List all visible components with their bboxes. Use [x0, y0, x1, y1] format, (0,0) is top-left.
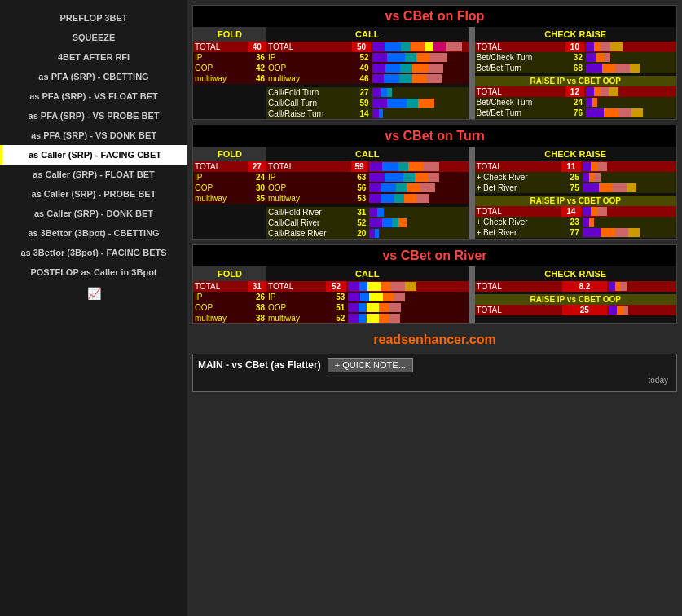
river-call-oop-bar — [346, 302, 468, 313]
sidebar-item-3bettor-facing-bets[interactable]: as 3Bettor (3Bpot) - FACING BETS — [0, 243, 187, 262]
sidebar-item-pfa-probe-bet[interactable]: as PFA (SRP) - VS PROBE BET — [0, 106, 187, 125]
river-fold-ip-lbl: IP — [193, 292, 248, 302]
turn-cr-check-river-lbl: + Check River — [475, 172, 561, 183]
fold-multi-label: multiway — [193, 73, 248, 84]
river-fold-multi: multiway 38 — [193, 313, 266, 323]
sidebar-item-pfa-float-bet[interactable]: as PFA (SRP) - VS FLOAT BET — [0, 86, 187, 106]
raise-ip-check-river-turn: + Check River 23 — [475, 217, 677, 227]
river-call-oop-val: 51 — [326, 302, 347, 313]
turn-call-fold-river-val: 31 — [351, 207, 368, 218]
sidebar-item-caller-float-bet[interactable]: as Caller (SRP) - FLOAT BET — [0, 165, 187, 184]
cr-total-label: TOTAL — [475, 42, 565, 52]
turn-cr-bet-river-bar — [581, 183, 676, 193]
raise-ip-total-bar-river — [607, 305, 676, 315]
turn-call-total-lbl: TOTAL — [266, 161, 351, 172]
call-fold-turn-val: 27 — [352, 87, 370, 98]
river-cr-total-bar — [607, 281, 676, 292]
raise-ip-sub1-label-flop: Bet/Check Turn — [475, 97, 565, 108]
sep3 — [469, 266, 475, 281]
sidebar-item-pfa-cbetting[interactable]: as PFA (SRP) - CBETTING — [0, 67, 187, 86]
fold-header: FOLD — [193, 27, 266, 42]
turn-call-fold-river-bar — [367, 207, 468, 218]
call-raise-turn-label: Call/Raise Turn — [266, 108, 352, 119]
turn-call-call-river-val: 52 — [351, 218, 368, 228]
fold-oop-val: 42 — [248, 63, 266, 73]
raise-ip-sub2-val-flop: 76 — [565, 108, 584, 118]
river-cr-total-lbl: TOTAL — [475, 281, 563, 292]
raise-ip-sub1-val-flop: 24 — [565, 97, 584, 108]
turn-call-call-river: Call/Call River 52 — [266, 218, 469, 228]
call-total-label: TOTAL — [266, 42, 352, 52]
call-call-turn-val: 59 — [352, 98, 370, 108]
main-content: vs CBet on Flop FOLD CALL CHECK RAISE TO… — [187, 0, 682, 616]
raise-ip-header-river: RAISE IP vs CBET OOP — [475, 294, 677, 305]
turn-call-multi-val: 53 — [351, 193, 368, 204]
river-call-ip: IP 53 — [266, 292, 469, 302]
turn-title: vs CBet on Turn — [193, 125, 676, 147]
flop-cr-table: TOTAL 10 Bet/Check Turn — [475, 42, 677, 118]
river-call-multi-val: 52 — [326, 313, 347, 323]
flop-cr-col: TOTAL 10 Bet/Check Turn — [475, 42, 677, 119]
river-call-total-lbl: TOTAL — [266, 281, 326, 292]
call-header: CALL — [266, 27, 469, 42]
river-call-table: TOTAL 52 — [266, 281, 469, 323]
sidebar-item-pfa-donk-bet[interactable]: as PFA (SRP) - VS DONK BET — [0, 125, 187, 145]
river-fold-table: TOTAL 31 IP 26 OOP 38 multiway 38 — [193, 281, 266, 323]
turn-section: vs CBet on Turn FOLD CALL CHECK RAISE TO… — [192, 125, 677, 240]
call-multi-bar — [371, 73, 469, 84]
sidebar-item-squeeze[interactable]: SQUEEZE — [0, 28, 187, 47]
sep-divider3 — [469, 281, 475, 323]
turn-fold-oop-lbl: OOP — [193, 183, 248, 193]
call-multi-val: 46 — [352, 73, 370, 84]
sep1 — [469, 27, 475, 42]
raise-ip-total-lbl-turn: TOTAL — [475, 206, 561, 217]
cr-header: CHECK RAISE — [475, 27, 677, 42]
river-fold-col: TOTAL 31 IP 26 OOP 38 multiway 38 — [193, 281, 266, 323]
river-body: TOTAL 31 IP 26 OOP 38 multiway 38 — [193, 281, 676, 323]
raise-ip-header-turn: RAISE IP vs CBET OOP — [475, 196, 677, 206]
raise-ip-bet-river-val-turn: 77 — [561, 227, 581, 238]
fold-ip-label: IP — [193, 52, 248, 63]
sidebar-item-preflop-3bet[interactable]: PREFLOP 3BET — [0, 8, 187, 28]
call-raise-turn-bar — [371, 108, 469, 119]
flop-body: TOTAL 40 IP 36 OOP 42 multiway 46 — [193, 42, 676, 119]
sidebar-item-caller-donk-bet[interactable]: as Caller (SRP) - DONK BET — [0, 204, 187, 223]
turn-call-oop-lbl: OOP — [266, 183, 351, 193]
call-call-turn-row: Call/Call Turn 59 — [266, 98, 469, 108]
raise-ip-check-river-lbl-turn: + Check River — [475, 217, 561, 227]
river-title: vs CBet on River — [193, 245, 676, 266]
call-fold-turn-row: Call/Fold Turn 27 — [266, 87, 469, 98]
turn-fold-multi: multiway 35 — [193, 193, 266, 204]
flop-fold-col: TOTAL 40 IP 36 OOP 42 multiway 46 — [193, 42, 266, 119]
sidebar-item-caller-probe-bet[interactable]: as Caller (SRP) - PROBE BET — [0, 184, 187, 204]
turn-call-fold-river: Call/Fold River 31 — [266, 207, 469, 218]
turn-call-total-val: 59 — [351, 161, 368, 172]
raise-ip-total-label-flop: TOTAL — [475, 86, 565, 97]
river-fold-oop-val: 38 — [248, 302, 266, 313]
fold-total-val: 40 — [248, 42, 266, 52]
cr-bet-bet-turn-label: Bet/Bet Turn — [475, 63, 565, 73]
river-fold-multi-val: 38 — [248, 313, 266, 323]
flop-call-col: TOTAL 50 — [266, 42, 469, 119]
sidebar-item-4bet-after-rfi[interactable]: 4BET AFTER RFI — [0, 47, 187, 67]
flop-section: vs CBet on Flop FOLD CALL CHECK RAISE TO… — [192, 5, 677, 120]
sidebar-item-postflop-caller-3bpot[interactable]: POSTFLOP as Caller in 3Bpot — [0, 262, 187, 282]
raise-ip-total-bar-turn — [581, 206, 676, 217]
raise-ip-total-val-turn: 14 — [561, 206, 581, 217]
sep2 — [469, 147, 475, 161]
cr-header-turn: CHECK RAISE — [475, 147, 677, 161]
river-fold-total-lbl: TOTAL — [193, 281, 248, 292]
river-fold-ip-val: 26 — [248, 292, 266, 302]
sidebar-item-3bettor-cbetting[interactable]: as 3Bettor (3Bpot) - CBETTING — [0, 223, 187, 243]
turn-call-raise-river-bar — [367, 228, 468, 239]
raise-ip-check-river-val-turn: 23 — [561, 217, 581, 227]
turn-call-fold-river-lbl: Call/Fold River — [266, 207, 351, 218]
raise-ip-header-text-turn: RAISE IP vs CBET OOP — [475, 196, 677, 206]
river-call-ip-val: 53 — [326, 292, 347, 302]
river-call-total-bar — [346, 281, 468, 292]
cr-bet-bet-turn-bar — [584, 63, 676, 73]
raise-ip-sub2-flop: Bet/Bet Turn 76 — [475, 108, 677, 118]
sidebar-item-caller-facing-cbet[interactable]: as Caller (SRP) - FACING CBET — [0, 145, 187, 165]
fold-header-turn: FOLD — [193, 147, 266, 161]
quick-note-button[interactable]: + QUICK NOTE... — [328, 358, 413, 372]
